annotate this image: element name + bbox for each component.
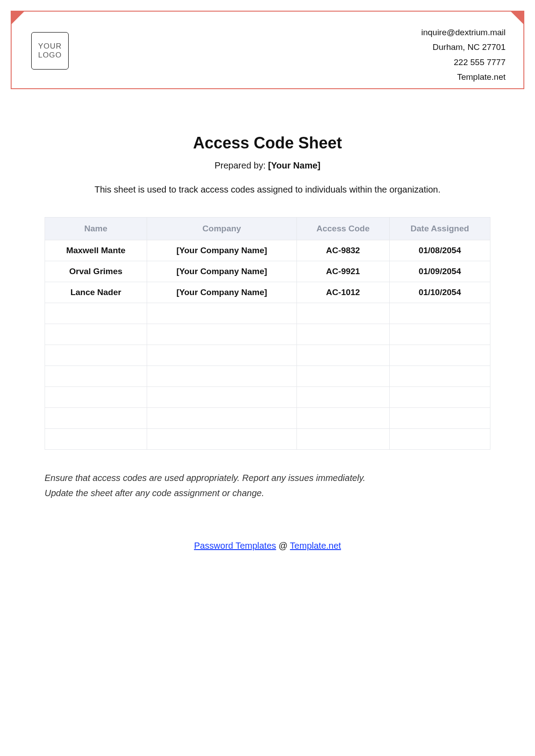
cell-name <box>45 345 147 366</box>
prepared-by-line: Prepared by: [Your Name] <box>45 160 490 171</box>
cell-company <box>147 366 296 387</box>
cell-code: AC-1012 <box>296 282 389 303</box>
cell-date <box>389 345 490 366</box>
cell-name <box>45 429 147 450</box>
cell-date <box>389 366 490 387</box>
cell-date: 01/08/2054 <box>389 240 490 261</box>
table-row: Maxwell Mante[Your Company Name]AC-98320… <box>45 240 490 261</box>
notes-line-1: Ensure that access codes are used approp… <box>45 470 490 485</box>
cell-date <box>389 387 490 408</box>
cell-company <box>147 429 296 450</box>
contact-site: Template.net <box>421 70 506 84</box>
logo-placeholder: YOUR LOGO <box>31 32 69 70</box>
notes-block: Ensure that access codes are used approp… <box>45 470 490 501</box>
cell-date <box>389 408 490 429</box>
cell-name <box>45 408 147 429</box>
footer-separator: @ <box>276 541 290 551</box>
cell-code <box>296 324 389 345</box>
cell-name <box>45 387 147 408</box>
col-header-code: Access Code <box>296 218 389 240</box>
corner-decoration-top-left <box>12 12 24 24</box>
contact-email: inquire@dextrium.mail <box>421 25 506 40</box>
cell-company <box>147 387 296 408</box>
cell-code <box>296 303 389 324</box>
corner-decoration-top-right <box>511 12 523 24</box>
table-row <box>45 429 490 450</box>
cell-company: [Your Company Name] <box>147 282 296 303</box>
cell-name: Maxwell Mante <box>45 240 147 261</box>
access-code-table: Name Company Access Code Date Assigned M… <box>45 217 490 450</box>
cell-date: 01/09/2054 <box>389 261 490 282</box>
document-description: This sheet is used to track access codes… <box>45 183 490 196</box>
col-header-company: Company <box>147 218 296 240</box>
cell-name <box>45 303 147 324</box>
contact-phone: 222 555 7777 <box>421 55 506 70</box>
table-row <box>45 345 490 366</box>
footer-link-password-templates[interactable]: Password Templates <box>194 541 276 551</box>
table-row <box>45 366 490 387</box>
cell-code <box>296 429 389 450</box>
cell-date <box>389 324 490 345</box>
footer-link-template-net[interactable]: Template.net <box>290 541 341 551</box>
table-row: Lance Nader[Your Company Name]AC-101201/… <box>45 282 490 303</box>
footer-links: Password Templates @ Template.net <box>45 541 490 551</box>
cell-code <box>296 366 389 387</box>
cell-code: AC-9921 <box>296 261 389 282</box>
cell-company <box>147 345 296 366</box>
prepared-by-value: [Your Name] <box>268 160 320 170</box>
cell-name: Lance Nader <box>45 282 147 303</box>
prepared-by-label: Prepared by: <box>214 160 266 170</box>
table-header-row: Name Company Access Code Date Assigned <box>45 218 490 240</box>
table-row <box>45 408 490 429</box>
table-row: Orval Grimes[Your Company Name]AC-992101… <box>45 261 490 282</box>
cell-company: [Your Company Name] <box>147 240 296 261</box>
page: YOUR LOGO inquire@dextrium.mail Durham, … <box>0 0 535 756</box>
cell-name: Orval Grimes <box>45 261 147 282</box>
contact-address: Durham, NC 27701 <box>421 40 506 54</box>
cell-code <box>296 408 389 429</box>
cell-date <box>389 429 490 450</box>
page-title: Access Code Sheet <box>45 134 490 152</box>
cell-code <box>296 387 389 408</box>
notes-line-2: Update the sheet after any code assignme… <box>45 485 490 501</box>
cell-company <box>147 408 296 429</box>
cell-company <box>147 324 296 345</box>
cell-date: 01/10/2054 <box>389 282 490 303</box>
cell-company: [Your Company Name] <box>147 261 296 282</box>
content: Access Code Sheet Prepared by: [Your Nam… <box>45 134 490 551</box>
cell-company <box>147 303 296 324</box>
col-header-name: Name <box>45 218 147 240</box>
header-frame: YOUR LOGO inquire@dextrium.mail Durham, … <box>11 11 524 89</box>
logo-text: YOUR LOGO <box>33 42 66 60</box>
cell-date <box>389 303 490 324</box>
cell-name <box>45 366 147 387</box>
table-row <box>45 324 490 345</box>
col-header-date: Date Assigned <box>389 218 490 240</box>
cell-code <box>296 345 389 366</box>
table-row <box>45 303 490 324</box>
contact-block: inquire@dextrium.mail Durham, NC 27701 2… <box>421 25 506 84</box>
cell-code: AC-9832 <box>296 240 389 261</box>
cell-name <box>45 324 147 345</box>
table-row <box>45 387 490 408</box>
